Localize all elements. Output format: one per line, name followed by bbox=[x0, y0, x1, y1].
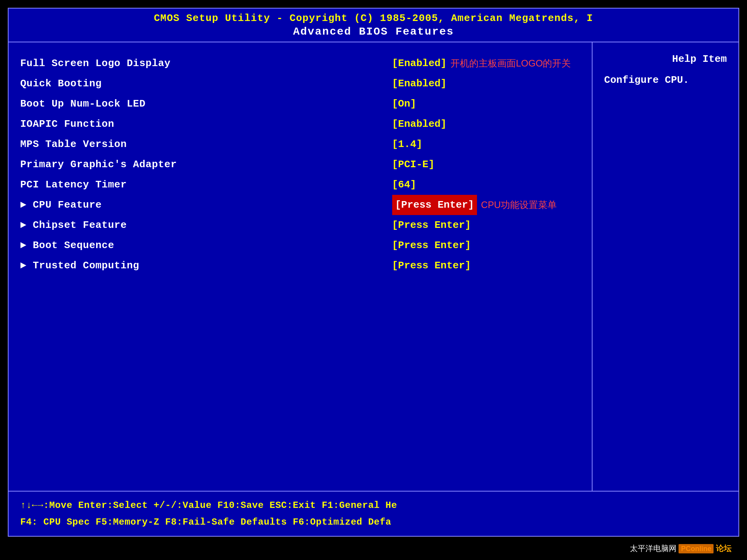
menu-value-4: [1.4] bbox=[392, 134, 423, 154]
menu-label-5: Primary Graphic's Adapter bbox=[20, 159, 177, 170]
help-content: Configure CPU. bbox=[604, 73, 727, 88]
menu-value-1: [Enabled] bbox=[392, 74, 447, 94]
menu-value-row-3[interactable]: [Enabled] bbox=[392, 114, 588, 134]
menu-label-2: Boot Up Num-Lock LED bbox=[20, 98, 146, 110]
menu-value-row-0[interactable]: [Enabled]开机的主板画面LOGO的开关 bbox=[392, 53, 588, 74]
menu-label-row-0[interactable]: Full Screen Logo Display bbox=[20, 53, 377, 74]
header-bar: CMOS Setup Utility - Copyright (C) 1985-… bbox=[9, 9, 738, 42]
menu-label-3: IOAPIC Function bbox=[20, 118, 114, 130]
menu-value-row-9[interactable]: [Press Enter] bbox=[392, 235, 588, 256]
menu-label-10: ► Trusted Computing bbox=[20, 260, 139, 271]
menu-label-7: ► CPU Feature bbox=[20, 199, 102, 211]
menu-annotation-7: CPU功能设置菜单 bbox=[481, 199, 557, 211]
menu-label-row-7[interactable]: ► CPU Feature bbox=[20, 195, 377, 215]
menu-value-6: [64] bbox=[392, 175, 416, 195]
menu-value-row-1[interactable]: [Enabled] bbox=[392, 74, 588, 94]
menu-value-5: [PCI-E] bbox=[392, 154, 435, 175]
menu-label-row-10[interactable]: ► Trusted Computing bbox=[20, 256, 377, 276]
menu-label-row-3[interactable]: IOAPIC Function bbox=[20, 114, 377, 134]
menu-value-row-7[interactable]: [Press Enter]CPU功能设置菜单 bbox=[392, 195, 588, 215]
menu-value-row-2[interactable]: [On] bbox=[392, 94, 588, 114]
menu-value-8: [Press Enter] bbox=[392, 215, 471, 235]
menu-value-row-6[interactable]: [64] bbox=[392, 175, 588, 195]
menu-value-10: [Press Enter] bbox=[392, 256, 471, 276]
menu-label-6: PCI Latency Timer bbox=[20, 179, 127, 191]
help-title: Help Item bbox=[604, 53, 727, 65]
menu-value-row-8[interactable]: [Press Enter] bbox=[392, 215, 588, 235]
menu-value-0: [Enabled] bbox=[392, 53, 447, 74]
right-panel: Help Item Configure CPU. bbox=[593, 42, 738, 491]
menu-annotation-0: 开机的主板画面LOGO的开关 bbox=[451, 57, 571, 70]
status-bar: ↑↓←→:Move Enter:Select +/-/:Value F10:Sa… bbox=[9, 491, 738, 536]
title-line2: Advanced BIOS Features bbox=[16, 26, 731, 38]
menu-label-row-5[interactable]: Primary Graphic's Adapter bbox=[20, 154, 377, 175]
footer-bar: 太平洋电脑网 PConline 论坛 bbox=[8, 537, 739, 560]
menu-value-7: [Press Enter] bbox=[392, 195, 477, 215]
menu-value-row-10[interactable]: [Press Enter] bbox=[392, 256, 588, 276]
bios-screen: CMOS Setup Utility - Copyright (C) 1985-… bbox=[0, 0, 747, 560]
menu-label-row-1[interactable]: Quick Booting bbox=[20, 74, 377, 94]
menu-label-row-4[interactable]: MPS Table Version bbox=[20, 134, 377, 154]
menu-value-row-5[interactable]: [PCI-E] bbox=[392, 154, 588, 175]
menu-value-2: [On] bbox=[392, 94, 416, 114]
status-line2: F4: CPU Spec F5:Memory-Z F8:Fail-Safe De… bbox=[20, 514, 727, 530]
menu-value-row-4[interactable]: [1.4] bbox=[392, 134, 588, 154]
menu-label-row-2[interactable]: Boot Up Num-Lock LED bbox=[20, 94, 377, 114]
footer-logo: 太平洋电脑网 PConline 论坛 bbox=[630, 543, 731, 554]
menu-label-row-6[interactable]: PCI Latency Timer bbox=[20, 175, 377, 195]
menu-label-1: Quick Booting bbox=[20, 78, 102, 89]
title-line1: CMOS Setup Utility - Copyright (C) 1985-… bbox=[16, 12, 731, 24]
menu-label-8: ► Chipset Feature bbox=[20, 219, 127, 231]
menu-label-row-8[interactable]: ► Chipset Feature bbox=[20, 215, 377, 235]
menu-value-9: [Press Enter] bbox=[392, 235, 471, 256]
menu-value-3: [Enabled] bbox=[392, 114, 447, 134]
center-panel: [Enabled]开机的主板画面LOGO的开关[Enabled][On][Ena… bbox=[388, 42, 593, 491]
content-area: Full Screen Logo DisplayQuick BootingBoo… bbox=[9, 42, 738, 491]
left-panel: Full Screen Logo DisplayQuick BootingBoo… bbox=[9, 42, 388, 491]
status-line1: ↑↓←→:Move Enter:Select +/-/:Value F10:Sa… bbox=[20, 497, 727, 514]
menu-label-9: ► Boot Sequence bbox=[20, 240, 114, 251]
bios-main: CMOS Setup Utility - Copyright (C) 1985-… bbox=[8, 8, 739, 537]
menu-label-0: Full Screen Logo Display bbox=[20, 58, 170, 69]
menu-label-row-9[interactable]: ► Boot Sequence bbox=[20, 235, 377, 256]
menu-label-4: MPS Table Version bbox=[20, 138, 127, 150]
